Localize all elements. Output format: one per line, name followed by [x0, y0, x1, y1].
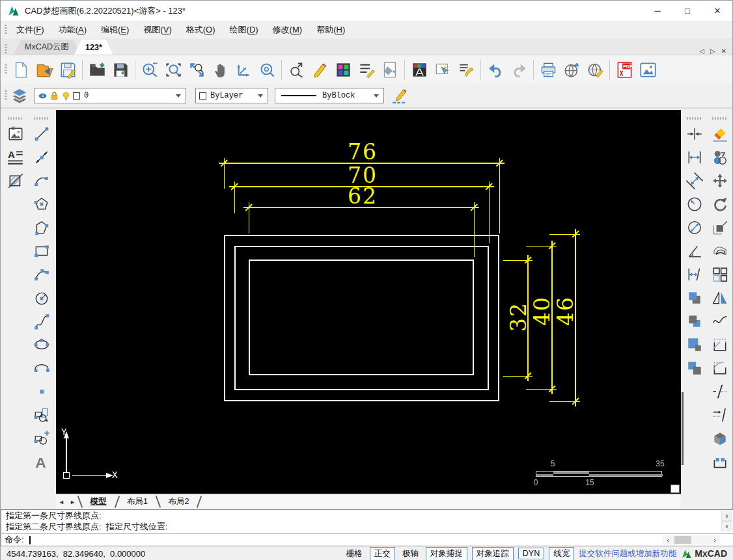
document-tab[interactable]: MxCAD云图 [14, 40, 80, 55]
polygon-button[interactable] [31, 193, 53, 215]
draw-order-above-button[interactable] [684, 334, 706, 355]
menu-item-d[interactable]: 绘图(D) [223, 22, 266, 38]
point-button[interactable] [31, 380, 53, 402]
menu-item-h[interactable]: 帮助(H) [309, 22, 352, 38]
drawing-canvas[interactable]: 767062324046YX535015 [56, 110, 681, 494]
create-block-button[interactable] [31, 427, 53, 449]
open-cloud-drawing-button[interactable] [33, 57, 56, 82]
toggle-极轴[interactable]: 极轴 [400, 548, 421, 560]
draw-order-back-button[interactable] [684, 310, 706, 332]
feedback-link[interactable]: 提交软件问题或增加新功能 [579, 548, 676, 559]
zoom-in-out-button[interactable] [138, 57, 161, 82]
menu-item-f[interactable]: 文件(F) [9, 22, 51, 38]
pen-width-button[interactable] [389, 85, 410, 106]
polyline-button[interactable] [31, 217, 53, 238]
dim-spacing-button[interactable] [684, 123, 706, 144]
draw-pencil-button[interactable] [308, 57, 331, 82]
arc-button[interactable] [31, 170, 53, 191]
zoom-dynamic-button[interactable] [232, 57, 255, 82]
rectangle-button[interactable] [31, 240, 53, 261]
layout-tab-layout1[interactable]: 布局1 [118, 496, 156, 508]
publish-web-button[interactable] [560, 57, 583, 82]
toggle-DYN[interactable]: DYN [518, 548, 544, 559]
draw-order-front-button[interactable] [684, 287, 706, 308]
stretch-button[interactable] [709, 451, 731, 472]
tabs-scroll-right-button[interactable]: ▷ [710, 47, 715, 55]
raster-image-button[interactable] [5, 123, 27, 144]
hatch-button[interactable] [5, 170, 27, 191]
chevron-down-icon[interactable] [176, 94, 181, 98]
open-file-button[interactable] [85, 57, 109, 82]
model-tabs-prev-button[interactable]: ◄ [56, 496, 67, 508]
spline-button[interactable] [31, 310, 53, 332]
quick-select-button[interactable] [431, 57, 454, 82]
dim-aligned-button[interactable] [684, 170, 706, 191]
scroll-left-button[interactable]: ‹ [663, 535, 673, 544]
rotate-button[interactable] [709, 193, 731, 215]
mirror-button[interactable] [709, 287, 731, 308]
save-as-button[interactable] [109, 57, 132, 82]
linetype-manager-button[interactable] [355, 57, 378, 82]
print-button[interactable] [536, 57, 560, 82]
color-palette-button[interactable] [331, 57, 355, 82]
menu-item-o[interactable]: 格式(O) [179, 22, 223, 38]
edit-web-button[interactable] [583, 57, 607, 82]
menu-item-m[interactable]: 修改(M) [266, 22, 310, 38]
color-select-combo[interactable]: ByLayer [195, 88, 268, 103]
pan-button[interactable] [208, 57, 232, 82]
canvas-resize-grip[interactable] [671, 485, 680, 493]
chevron-down-icon[interactable] [374, 94, 379, 98]
erase-button[interactable] [709, 123, 731, 144]
match-properties-button[interactable] [454, 57, 478, 82]
close-button[interactable]: ✕ [702, 1, 732, 21]
undo-button[interactable] [484, 57, 507, 82]
scroll-down-button[interactable]: ∨ [721, 521, 732, 531]
linetype-select-combo[interactable]: ByBlock [275, 88, 384, 103]
menu-item-v[interactable]: 视图(V) [136, 22, 178, 38]
scrollbar-thumb[interactable] [674, 536, 691, 544]
line-button[interactable] [31, 123, 53, 144]
chevron-down-icon[interactable] [258, 94, 263, 98]
single-text-button[interactable]: A [31, 451, 53, 472]
zoom-previous-button[interactable] [284, 57, 308, 82]
trim-button[interactable] [709, 310, 731, 332]
menu-item-e[interactable]: 编辑(E) [94, 22, 136, 38]
extend-button[interactable] [709, 404, 731, 425]
dimension-label[interactable]: 62 [348, 185, 378, 207]
canvas-scrollbar-thumb[interactable] [682, 392, 684, 465]
command-window[interactable]: 指定第一条尺寸界线原点:指定第二条尺寸界线原点: 指定尺寸线位置: 命令: ∧∨… [1, 509, 733, 546]
tabs-scroll-left-button[interactable]: ◁ [699, 47, 704, 55]
dimension-label[interactable]: 32 [508, 302, 529, 332]
dim-linear-button[interactable] [684, 146, 706, 168]
dimension-label[interactable]: 40 [531, 296, 553, 326]
zoom-window-button[interactable] [161, 57, 185, 82]
save-drawing-button[interactable] [56, 57, 79, 82]
elliptical-arc-button[interactable] [31, 357, 53, 379]
maximize-button[interactable]: □ [672, 1, 702, 21]
toggle-对象捕捉[interactable]: 对象捕捉 [426, 547, 467, 560]
toggle-线宽[interactable]: 线宽 [549, 547, 574, 560]
layer-select-combo[interactable]: 0 [34, 88, 186, 103]
dimension-label[interactable]: 46 [555, 296, 576, 326]
explode-button[interactable] [709, 427, 731, 449]
layout-tab-layout2[interactable]: 布局2 [159, 496, 197, 508]
arc-3-point-button[interactable] [31, 263, 53, 285]
text-style-button[interactable] [408, 57, 431, 82]
dim-angular-button[interactable] [684, 240, 706, 261]
cad-rectangle[interactable] [249, 260, 474, 375]
offset-button[interactable] [709, 240, 731, 261]
move-button[interactable] [709, 170, 731, 191]
dim-diameter-button[interactable] [684, 217, 706, 238]
insert-image-button[interactable] [636, 57, 659, 82]
scale-button[interactable] [709, 217, 731, 238]
layout-tab-model[interactable]: 模型 [82, 496, 115, 508]
minimize-button[interactable]: ─ [643, 1, 672, 21]
ellipse-button[interactable] [31, 334, 53, 355]
redo-button[interactable] [507, 57, 531, 82]
document-tab-active[interactable]: 123* [74, 40, 113, 55]
dim-continue-button[interactable] [684, 263, 706, 285]
dim-radius-button[interactable] [684, 193, 706, 215]
array-button[interactable] [709, 263, 731, 285]
toggle-栅格[interactable]: 栅格 [344, 548, 365, 560]
toggle-对象追踪[interactable]: 对象追踪 [472, 547, 514, 560]
